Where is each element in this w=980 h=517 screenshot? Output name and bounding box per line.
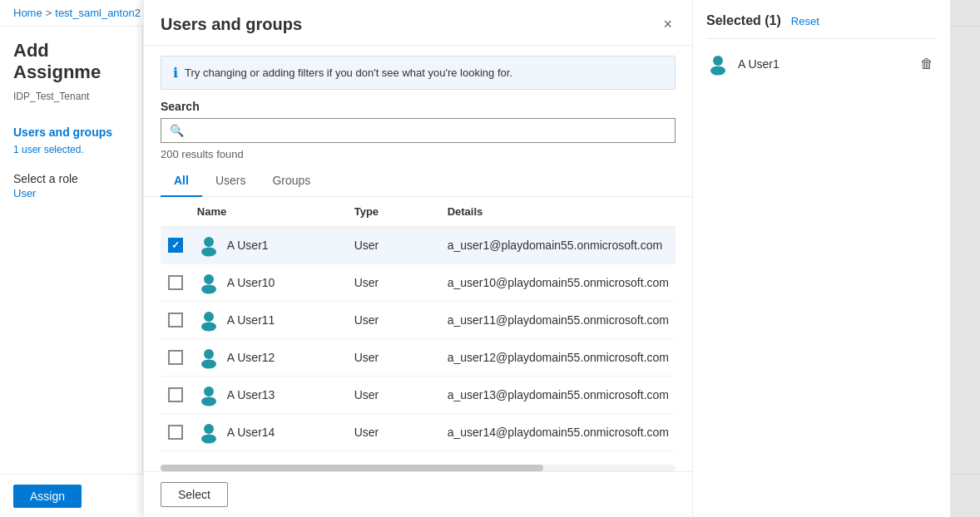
col-header-type: Type [348, 197, 441, 227]
sidebar-role-value[interactable]: User [13, 187, 129, 199]
row-checkbox[interactable] [168, 238, 183, 253]
row-details-cell: a_user10@playdomain55.onmicrosoft.com [441, 264, 676, 302]
table-container: Name Type Details [144, 197, 692, 461]
search-input[interactable] [189, 124, 666, 137]
sidebar-item-users-groups[interactable]: Users and groups [13, 122, 129, 142]
table-row[interactable]: A User10 User a_user10@playdomain55.onmi… [161, 264, 676, 302]
svg-point-10 [204, 424, 214, 434]
selected-panel: Selected (1) Reset A User1 🗑 [692, 27, 950, 474]
row-type-cell: User [348, 377, 441, 414]
tab-users[interactable]: Users [202, 167, 260, 197]
dialog-overlay: Users and groups × ℹ Try changing or add… [143, 27, 980, 474]
selected-items-container: A User1 🗑 [706, 46, 937, 82]
row-checkbox-cell [161, 339, 191, 377]
h-scroll-track [161, 465, 676, 471]
breadcrumb-app[interactable]: test_saml_anton2 [55, 7, 141, 19]
selected-item-delete-button[interactable]: 🗑 [917, 55, 937, 73]
row-checkbox-cell [161, 302, 191, 339]
dialog-bottom: Select [144, 471, 692, 474]
search-label: Search [161, 100, 676, 113]
dialog-header: Users and groups × [144, 27, 692, 46]
row-type-cell: User [348, 264, 441, 302]
user-avatar-icon [197, 346, 220, 369]
row-name: A User1 [227, 239, 269, 252]
row-name-cell: A User11 [191, 302, 348, 339]
h-scroll-thumb[interactable] [161, 465, 543, 471]
svg-point-8 [204, 387, 214, 396]
user-avatar-icon [197, 308, 220, 332]
user-avatar-icon [197, 234, 220, 257]
row-type-cell: User [348, 227, 441, 264]
sidebar-select-role-label: Select a role [13, 172, 129, 185]
row-details-cell: a_user12@playdomain55.onmicrosoft.com [441, 339, 676, 377]
row-name: A User11 [227, 313, 275, 327]
main-content: Add Assignme IDP_Test_Tenant Users and g… [0, 27, 980, 474]
row-name-cell: A User1 [191, 227, 348, 264]
users-table: Name Type Details [161, 197, 676, 451]
reset-link[interactable]: Reset [791, 27, 819, 27]
table-row[interactable]: A User12 User a_user12@playdomain55.onmi… [161, 339, 676, 377]
row-name: A User12 [227, 351, 275, 364]
row-name-cell: A User13 [191, 377, 348, 414]
app-container: Home > test_saml_anton2 Add Assignme IDP… [0, 0, 980, 517]
col-header-details: Details [441, 197, 676, 227]
svg-point-9 [201, 397, 216, 406]
info-bar: ℹ Try changing or adding filters if you … [161, 56, 676, 90]
row-name: A User10 [227, 276, 275, 289]
selected-item: A User1 🗑 [706, 46, 937, 82]
row-details-cell: a_user11@playdomain55.onmicrosoft.com [441, 302, 676, 339]
selected-header: Selected (1) Reset [706, 27, 937, 28]
table-row[interactable]: A User1 User a_user1@playdomain55.onmicr… [161, 227, 676, 264]
table-row[interactable]: A User13 User a_user13@playdomain55.onmi… [161, 377, 676, 414]
selected-divider [706, 38, 937, 39]
page-title: Add Assignme [13, 40, 129, 84]
row-checkbox-cell [161, 377, 191, 414]
row-checkbox[interactable] [168, 387, 183, 402]
breadcrumb-home[interactable]: Home [13, 7, 42, 19]
search-box: 🔍 [161, 118, 676, 143]
selected-item-name: A User1 [738, 57, 908, 71]
svg-point-13 [710, 66, 725, 76]
row-checkbox[interactable] [168, 313, 183, 327]
row-details-cell: a_user1@playdomain55.onmicrosoft.com [441, 227, 676, 264]
tab-all[interactable]: All [161, 167, 202, 197]
tab-groups[interactable]: Groups [259, 167, 324, 197]
svg-point-5 [201, 323, 216, 332]
dialog-panel: Users and groups × ℹ Try changing or add… [143, 27, 692, 474]
selected-title: Selected (1) [706, 27, 781, 28]
svg-point-3 [201, 285, 216, 294]
tabs-container: All Users Groups [144, 167, 692, 197]
svg-point-2 [204, 274, 214, 284]
row-checkbox-cell [161, 227, 191, 264]
row-type-cell: User [348, 302, 441, 339]
row-details-cell: a_user14@playdomain55.onmicrosoft.com [441, 414, 676, 451]
svg-point-7 [201, 360, 216, 369]
svg-point-4 [204, 312, 214, 322]
dialog-close-button[interactable]: × [660, 27, 676, 35]
row-type-cell: User [348, 339, 441, 377]
row-checkbox-cell [161, 414, 191, 451]
search-section: Search 🔍 200 results found [144, 100, 692, 167]
svg-point-12 [713, 56, 723, 66]
info-text: Try changing or adding filters if you do… [185, 66, 512, 79]
breadcrumb-separator: > [46, 7, 52, 19]
row-name-cell: A User12 [191, 339, 348, 377]
table-row[interactable]: A User11 User a_user11@playdomain55.onmi… [161, 302, 676, 339]
sidebar-section-users: Users and groups 1 user selected. [13, 122, 129, 155]
info-icon: ℹ [173, 65, 178, 81]
table-row[interactable]: A User14 User a_user14@playdomain55.onmi… [161, 414, 676, 451]
assign-button[interactable]: Assign [13, 485, 82, 508]
sidebar-section-role: Select a role User [13, 169, 129, 199]
sidebar: Add Assignme IDP_Test_Tenant Users and g… [0, 27, 143, 474]
row-details-cell: a_user13@playdomain55.onmicrosoft.com [441, 377, 676, 414]
row-type-cell: User [348, 414, 441, 451]
search-icon: 🔍 [170, 124, 184, 137]
row-checkbox[interactable] [168, 425, 183, 440]
svg-point-0 [204, 237, 214, 247]
svg-point-1 [201, 248, 216, 257]
selected-badge: 1 user selected. [13, 144, 129, 155]
col-header-name: Name [191, 197, 348, 227]
results-count: 200 results found [161, 148, 676, 160]
row-checkbox[interactable] [168, 350, 183, 365]
row-checkbox[interactable] [168, 275, 183, 290]
